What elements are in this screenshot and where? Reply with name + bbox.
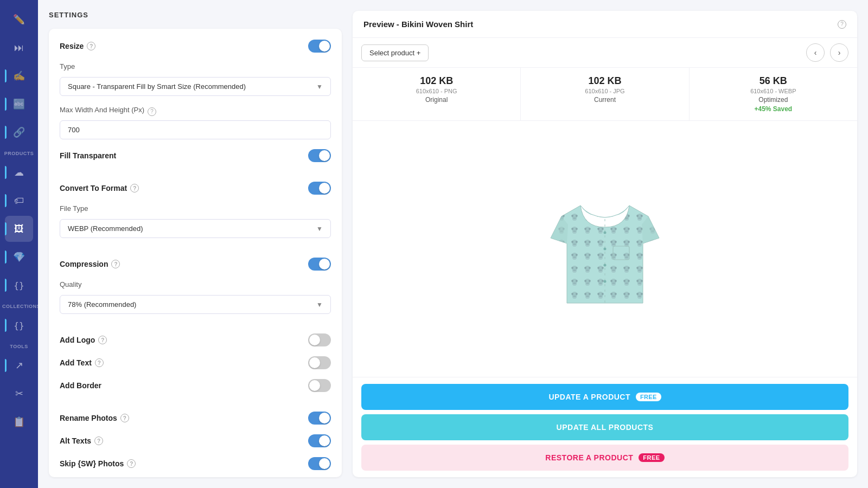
file-card-current: 102 KB 610x610 - JPG Current [521, 68, 689, 120]
sidebar-item-magic[interactable]: ✂ [5, 381, 33, 407]
max-size-label: Max Width And Height (Px) [60, 106, 144, 114]
next-product-button[interactable]: › [830, 43, 848, 62]
add-border-toggle[interactable] [308, 379, 331, 392]
sidebar-item-write[interactable]: ✍️ [5, 63, 33, 89]
sidebar-item-curly2[interactable]: {} [5, 312, 33, 338]
skip-photos-row: Skip {SW} Photos ? [60, 457, 331, 470]
current-format: 610x610 - JPG [527, 88, 682, 94]
quality-block: Quality 78% (Recommended) ▼ [60, 280, 331, 314]
current-label: Current [527, 96, 682, 104]
diamond-icon: 💎 [13, 251, 25, 263]
restore-button[interactable]: RESTORE A PRODUCT FREE [361, 445, 848, 471]
settings-panel: SETTINGS Resize ? Type Square - Transpar… [49, 11, 342, 477]
translate-icon: 🔤 [13, 98, 25, 110]
sidebar: ✏️ ⏭ ✍️ 🔤 🔗 PRODUCTS ☁ 🏷 🖼 💎 {} COLLECTI… [0, 0, 38, 488]
sidebar-item-link[interactable]: 🔗 [5, 119, 33, 145]
sidebar-item-translate[interactable]: 🔤 [5, 91, 33, 117]
curly-bracket-icon: {} [14, 280, 24, 291]
convert-row: Convert To Format ? [60, 182, 331, 195]
sidebar-item-edit[interactable]: ✏️ [5, 7, 33, 33]
restore-badge: FREE [639, 453, 664, 462]
sidebar-item-curly1[interactable]: {} [5, 272, 33, 298]
compression-label: Compression ? [60, 260, 120, 268]
skip-photos-help-icon[interactable]: ? [127, 459, 136, 468]
type-select[interactable]: Square - Transparent Fill by Smart Size … [60, 77, 331, 96]
tools-section-label: TOOLS [0, 341, 38, 350]
add-text-help-icon[interactable]: ? [95, 358, 104, 367]
add-text-toggle[interactable] [308, 356, 331, 369]
shirt-svg [529, 173, 681, 325]
max-size-input[interactable] [60, 120, 331, 139]
add-logo-toggle[interactable] [308, 333, 331, 346]
optimized-format: 610x610 - WEBP [696, 88, 851, 94]
sidebar-item-arrow[interactable]: ↗ [5, 352, 33, 378]
fill-transparent-label: Fill Transparent [60, 151, 116, 160]
add-logo-row: Add Logo ? [60, 333, 331, 346]
fill-transparent-toggle[interactable] [308, 149, 331, 162]
quality-label: Quality [60, 280, 331, 288]
original-size: 102 KB [359, 75, 514, 87]
add-logo-help-icon[interactable]: ? [98, 336, 107, 344]
resize-toggle[interactable] [308, 40, 331, 53]
quality-select[interactable]: 78% (Recommended) ▼ [60, 295, 331, 314]
cloud-icon: ☁ [14, 166, 24, 178]
compression-row: Compression ? [60, 258, 331, 271]
write-icon: ✍️ [13, 70, 25, 82]
add-text-label: Add Text ? [60, 358, 104, 367]
file-type-block: File Type WEBP (Recommended) ▼ [60, 204, 331, 238]
compression-toggle[interactable] [308, 258, 331, 271]
file-type-chevron: ▼ [316, 225, 323, 233]
edit-icon: ✏️ [13, 14, 25, 25]
type-label: Type [60, 62, 331, 70]
photo-icon: 📋 [13, 416, 25, 428]
update-all-button[interactable]: UPDATE ALL PRODUCTS [361, 414, 848, 440]
svg-point-5 [604, 232, 607, 234]
content-area: SETTINGS Resize ? Type Square - Transpar… [38, 0, 868, 488]
svg-point-7 [604, 264, 607, 267]
resize-row: Resize ? [60, 40, 331, 53]
compression-help-icon[interactable]: ? [111, 260, 120, 268]
skip-photos-label: Skip {SW} Photos ? [60, 459, 136, 468]
rename-photos-row: Rename Photos ? [60, 412, 331, 425]
product-select-bar: Select product + ‹ › [353, 38, 857, 68]
update-product-button[interactable]: UPDATE A PRODUCT FREE [361, 384, 848, 410]
max-size-block: Max Width And Height (Px) ? [60, 106, 331, 139]
add-logo-label: Add Logo ? [60, 336, 107, 344]
rename-photos-toggle[interactable] [308, 412, 331, 425]
alt-texts-label: Alt Texts ? [60, 436, 103, 445]
alt-texts-toggle[interactable] [308, 434, 331, 447]
collection-icon: {} [14, 320, 24, 331]
original-format: 610x610 - PNG [359, 88, 514, 94]
saved-label: +45% Saved [696, 105, 851, 113]
preview-panel: Preview - Bikini Woven Shirt ? Select pr… [353, 11, 857, 477]
add-border-label: Add Border [60, 381, 101, 390]
convert-help-icon[interactable]: ? [130, 184, 139, 192]
convert-label: Convert To Format ? [60, 184, 139, 192]
prev-product-button[interactable]: ‹ [806, 43, 825, 62]
rename-photos-help-icon[interactable]: ? [120, 414, 129, 422]
resize-help-icon[interactable]: ? [87, 42, 95, 50]
alt-texts-row: Alt Texts ? [60, 434, 331, 447]
skip-photos-toggle[interactable] [308, 457, 331, 470]
alt-texts-help-icon[interactable]: ? [94, 436, 103, 445]
preview-help-icon[interactable]: ? [838, 20, 846, 29]
settings-title: SETTINGS [49, 11, 342, 19]
max-size-help-icon[interactable]: ? [148, 107, 156, 116]
optimized-size: 56 KB [696, 75, 851, 87]
collections-section-label: COLLECTIONS [0, 300, 38, 310]
fill-transparent-row: Fill Transparent [60, 149, 331, 162]
sidebar-item-cloud[interactable]: ☁ [5, 159, 33, 185]
current-size: 102 KB [527, 75, 682, 87]
sidebar-item-photo[interactable]: 📋 [5, 409, 33, 435]
file-type-select[interactable]: WEBP (Recommended) ▼ [60, 219, 331, 238]
image-icon: 🖼 [14, 223, 24, 235]
sidebar-item-image[interactable]: 🖼 [5, 216, 33, 242]
file-card-original: 102 KB 610x610 - PNG Original [353, 68, 521, 120]
optimized-label: Optimized [696, 96, 851, 104]
convert-toggle[interactable] [308, 182, 331, 195]
sidebar-item-tag[interactable]: 🏷 [5, 188, 33, 214]
sidebar-item-next[interactable]: ⏭ [5, 35, 33, 61]
select-product-button[interactable]: Select product + [361, 44, 429, 61]
type-block: Type Square - Transparent Fill by Smart … [60, 62, 331, 96]
sidebar-item-diamond[interactable]: 💎 [5, 244, 33, 270]
